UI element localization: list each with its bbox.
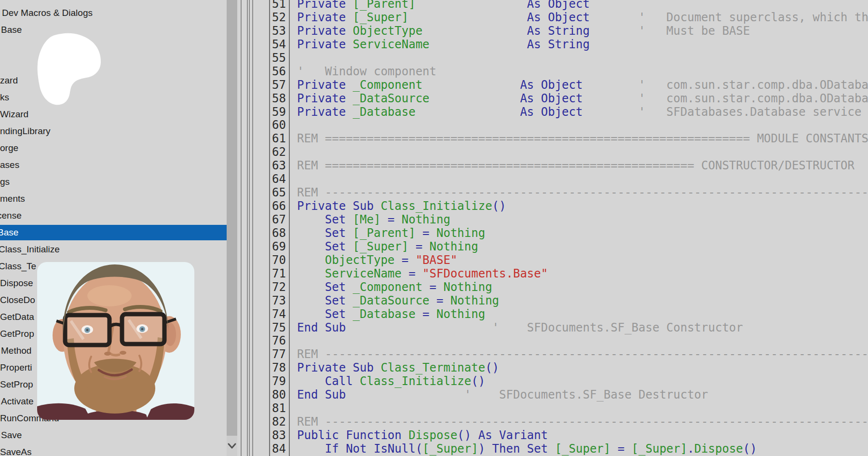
pane-splitter[interactable] [241, 0, 255, 456]
code-line: End Sub ' SFDocuments.SF_Base Constructo… [291, 321, 868, 335]
sidebar-item-label: Class_Te [0, 259, 36, 274]
line-number: 68 [270, 227, 289, 240]
sidebar-item[interactable]: orge [0, 140, 227, 156]
gutter: 5152535455565758596061626364656667686970… [270, 0, 290, 456]
presenter-portrait [37, 262, 194, 420]
sidebar-item-label: ndingLibrary [0, 124, 51, 139]
line-number: 65 [270, 186, 289, 200]
code-line: REM ====================================… [291, 132, 868, 146]
sidebar-item-label: Properti [0, 360, 32, 375]
sidebar-item[interactable]: ases [0, 157, 227, 173]
code-line: ObjectType = "BASE" [291, 254, 868, 267]
sidebar-item-label: Class_Initialize [0, 242, 60, 257]
sidebar-item[interactable]: zard [0, 73, 227, 88]
line-number: 81 [270, 402, 289, 415]
code-line: Private _Component As Object ' com.sun.s… [291, 79, 868, 92]
line-number: 66 [270, 200, 289, 213]
line-number: 53 [270, 25, 289, 38]
sidebar-item[interactable]: gs [0, 174, 227, 190]
line-number: 52 [270, 11, 289, 25]
scroll-down-button[interactable] [227, 436, 237, 456]
line-number: 61 [270, 132, 289, 146]
code-line: Private Sub Class_Initialize() [291, 200, 868, 213]
code-line [291, 52, 868, 65]
sidebar-item[interactable]: Wizard [0, 107, 227, 122]
line-number: 73 [270, 294, 289, 308]
line-number: 76 [270, 334, 289, 348]
sidebar-item[interactable]: Base [0, 22, 227, 38]
line-number: 72 [270, 281, 289, 294]
line-number: 69 [270, 240, 289, 254]
sidebar-item[interactable]: Class_Initialize [0, 242, 227, 257]
line-number: 75 [270, 321, 289, 335]
line-number: 82 [270, 415, 289, 429]
sidebar-item-label: GetProp [0, 326, 34, 342]
line-number: 57 [270, 79, 289, 92]
code-line [291, 402, 868, 415]
code-line [291, 119, 868, 132]
code-line: Set _Component = Nothing [291, 281, 868, 294]
line-number: 70 [270, 254, 289, 267]
code-line: Set [_Super] = Nothing [291, 240, 868, 254]
sidebar-item-label: SetProp [0, 377, 33, 392]
line-number: 71 [270, 267, 289, 281]
sidebar-item-label: Base [1, 22, 22, 38]
sidebar-item-label: ases [0, 157, 19, 173]
sidebar-item-label: ks [0, 90, 9, 105]
sidebar-item[interactable]: cense [0, 208, 227, 223]
code-line: End Sub ' SFDocuments.SF_Base Destructor [291, 388, 868, 402]
line-number: 56 [270, 65, 289, 79]
code-line: ServiceName = "SFDocuments.Base" [291, 267, 868, 281]
sidebar-item[interactable]: ments [0, 191, 227, 207]
line-number: 62 [270, 146, 289, 159]
sidebar-item-label: Method [1, 343, 31, 359]
sidebar-item-label: Dev Macros & Dialogs [2, 5, 93, 21]
chevron-down-icon [228, 442, 236, 449]
code-line: Set [Me] = Nothing [291, 213, 868, 227]
code-line: Private _DataSource As Object ' com.sun.… [291, 92, 868, 106]
sidebar-item[interactable]: ks [0, 90, 227, 105]
line-number: 83 [270, 429, 289, 442]
line-number: 55 [270, 52, 289, 65]
sidebar-item[interactable]: Save [0, 428, 227, 443]
code-line [291, 334, 868, 348]
code-line: Private ObjectType As String ' Must be B… [291, 25, 868, 38]
sidebar-item[interactable]: Dev Macros & Dialogs [0, 5, 227, 21]
line-number: 78 [270, 361, 289, 375]
sidebar-item-label: SaveAs [0, 444, 31, 456]
line-number: 63 [270, 159, 289, 173]
sidebar-item-label: Dispose [0, 276, 33, 291]
line-number: 51 [270, 0, 289, 11]
line-number: 84 [270, 442, 289, 456]
code-editor[interactable]: 5152535455565758596061626364656667686970… [269, 0, 868, 456]
code-line: REM ------------------------------------… [291, 415, 868, 429]
sidebar-item-selected[interactable]: Base [0, 225, 227, 240]
sidebar-scrollbar[interactable] [227, 0, 237, 456]
webcam-overlay [37, 262, 194, 420]
line-number: 59 [270, 106, 289, 119]
line-number: 64 [270, 173, 289, 186]
line-number: 67 [270, 213, 289, 227]
sidebar-item-label: Save [1, 428, 22, 443]
sidebar-item-label: CloseDo [0, 292, 35, 308]
sidebar-item-label: ments [0, 191, 25, 207]
line-number: 79 [270, 375, 289, 388]
code-line: REM ====================================… [291, 159, 868, 173]
line-number: 60 [270, 119, 289, 132]
line-number: 58 [270, 92, 289, 106]
sidebar-item-label: orge [0, 140, 18, 156]
code-line: If Not IsNull([_Super]) Then Set [_Super… [291, 442, 868, 456]
line-number: 54 [270, 38, 289, 52]
code-line [291, 146, 868, 159]
sidebar-item[interactable]: SaveAs [0, 444, 227, 456]
code-area[interactable]: Private [_Parent] As ObjectPrivate [_Sup… [291, 0, 868, 456]
line-number: 74 [270, 308, 289, 321]
code-line: Public Function Dispose() As Variant [291, 429, 868, 442]
sidebar-item[interactable]: ndingLibrary [0, 124, 227, 139]
code-line: Private Sub Class_Terminate() [291, 361, 868, 375]
sidebar-item-label: Base [0, 225, 18, 240]
line-number: 77 [270, 348, 289, 361]
code-line: Set _Database = Nothing [291, 308, 868, 321]
code-line: Private _Database As Object ' SFDatabase… [291, 106, 868, 119]
sidebar-item-label: zard [0, 73, 18, 88]
